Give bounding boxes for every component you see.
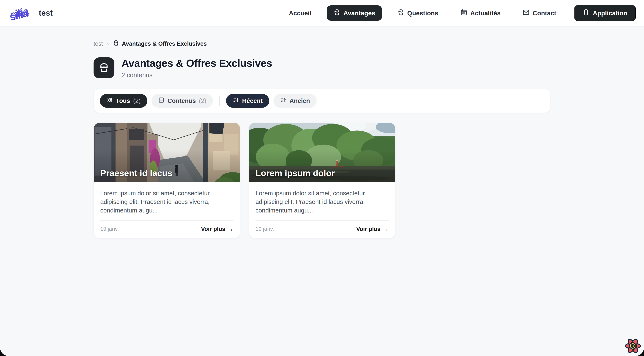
- page-title: Avantages & Offres Exclusives: [122, 57, 272, 69]
- store-icon: [397, 9, 404, 17]
- card-image: Praesent id lacus: [94, 123, 240, 182]
- filter-tab-count: (2): [199, 97, 206, 104]
- grid-icon: [106, 97, 113, 105]
- page-header: Avantages & Offres Exclusives 2 contenus: [94, 57, 550, 79]
- article-icon: [158, 97, 164, 105]
- content-card-praesent-id-lacus[interactable]: Praesent id lacus Lorem ipsum dolor sit …: [94, 123, 240, 238]
- voir-plus-link[interactable]: Voir plus →: [356, 226, 389, 232]
- nav-item-label: Avantages: [344, 10, 375, 17]
- filter-tab-tous[interactable]: Tous (2): [100, 94, 148, 108]
- page-header-text: Avantages & Offres Exclusives 2 contenus: [122, 57, 272, 79]
- main-content: test › Avantages & Offres Exclusives Ava…: [94, 40, 550, 238]
- content-card-lorem-ipsum-dolor[interactable]: Lorem ipsum dolor Lorem ipsum dolor sit …: [249, 123, 396, 238]
- breadcrumb-root-link[interactable]: test: [94, 40, 103, 47]
- sort-button-recent[interactable]: Récent: [226, 94, 269, 108]
- sort-asc-icon: [280, 97, 286, 105]
- card-date: 19 janv.: [100, 226, 119, 232]
- card-excerpt: Lorem ipsum dolor sit amet, consectetur …: [100, 189, 234, 215]
- filter-tab-label: Tous: [116, 97, 130, 104]
- smartphone-icon: [583, 9, 590, 17]
- site-name: test: [39, 8, 53, 18]
- card-title: Praesent id lacus: [100, 168, 172, 178]
- breadcrumb-current-label: Avantages & Offres Exclusives: [122, 40, 207, 47]
- arrow-right-icon: →: [228, 226, 234, 232]
- filter-tab-contenus[interactable]: Contenus (2): [152, 94, 213, 108]
- calendar-icon: [460, 9, 467, 17]
- voir-plus-link[interactable]: Voir plus →: [201, 226, 234, 232]
- sort-button-label: Récent: [242, 97, 262, 104]
- logo-text: silia: [9, 5, 30, 21]
- nav-item-actualites[interactable]: Actualités: [454, 6, 508, 21]
- breadcrumb: test › Avantages & Offres Exclusives: [94, 40, 550, 48]
- page-sheet: silia test Accueil Avantages Questions A…: [0, 0, 644, 356]
- nav-item-contact[interactable]: Contact: [516, 6, 563, 21]
- page-subtitle: 2 contenus: [122, 72, 272, 79]
- main-nav: Accueil Avantages Questions Actualités C…: [282, 5, 636, 21]
- voir-plus-label: Voir plus: [201, 226, 225, 232]
- application-button[interactable]: Application: [574, 5, 636, 21]
- filter-tab-label: Contenus: [168, 97, 196, 104]
- nav-item-questions[interactable]: Questions: [390, 6, 445, 21]
- card-body: Lorem ipsum dolor sit amet, consectetur …: [94, 182, 240, 215]
- card-excerpt: Lorem ipsum dolor sit amet, consectetur …: [256, 189, 389, 215]
- card-body: Lorem ipsum dolor sit amet, consectetur …: [249, 182, 395, 215]
- breadcrumb-current: Avantages & Offres Exclusives: [113, 40, 207, 48]
- nav-item-label: Contact: [532, 10, 556, 17]
- chevron-right-icon: ›: [107, 41, 109, 47]
- card-footer: 19 janv. Voir plus →: [256, 220, 389, 238]
- nav-item-label: Actualités: [470, 10, 501, 17]
- top-navbar: silia test Accueil Avantages Questions A…: [0, 0, 644, 26]
- store-icon: [333, 9, 340, 17]
- tanstack-query-devtools-button[interactable]: [623, 336, 642, 356]
- nav-item-accueil[interactable]: Accueil: [282, 6, 318, 20]
- card-image: Lorem ipsum dolor: [249, 123, 395, 182]
- filter-toolbar: Tous (2) Contenus (2) Récent Ancien: [94, 89, 550, 113]
- sort-desc-icon: [233, 97, 239, 105]
- card-footer: 19 janv. Voir plus →: [100, 220, 234, 238]
- content-card-grid: Praesent id lacus Lorem ipsum dolor sit …: [94, 123, 550, 238]
- arrow-right-icon: →: [383, 226, 389, 232]
- brand[interactable]: silia test: [10, 3, 53, 23]
- sort-button-label: Ancien: [290, 97, 310, 104]
- store-icon: [98, 62, 110, 73]
- silia-logo-icon: silia: [10, 3, 32, 23]
- nav-item-label: Accueil: [289, 10, 312, 17]
- nav-item-avantages[interactable]: Avantages: [327, 6, 382, 21]
- voir-plus-label: Voir plus: [356, 226, 380, 232]
- store-icon: [113, 40, 119, 48]
- nav-item-label: Questions: [407, 10, 438, 17]
- filter-tab-count: (2): [133, 97, 140, 104]
- filter-divider: [219, 96, 220, 106]
- atom-flower-icon: [624, 337, 642, 355]
- mail-icon: [522, 9, 530, 17]
- page-store-icon-tile: [94, 58, 114, 78]
- sort-button-ancien[interactable]: Ancien: [273, 94, 316, 108]
- card-title: Lorem ipsum dolor: [256, 168, 335, 178]
- card-date: 19 janv.: [256, 226, 274, 232]
- application-button-label: Application: [593, 10, 627, 17]
